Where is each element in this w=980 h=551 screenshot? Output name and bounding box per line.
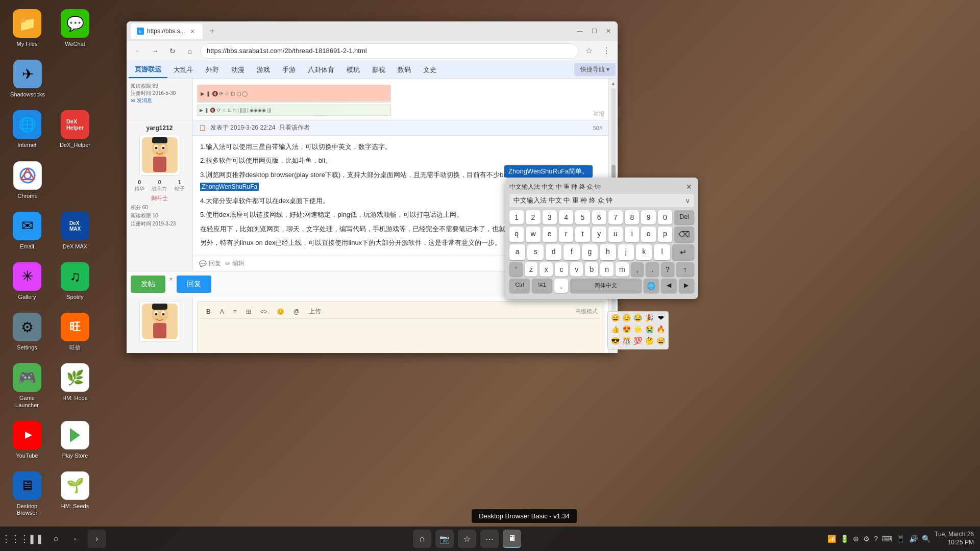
home-button[interactable]: ⌂ bbox=[183, 44, 197, 58]
color-button[interactable]: A bbox=[217, 307, 227, 317]
key-comma-bottom[interactable]: , bbox=[554, 279, 568, 293]
key-w[interactable]: w bbox=[526, 227, 540, 242]
key-period[interactable]: . bbox=[646, 262, 659, 277]
taskbar-star-icon[interactable]: ☆ bbox=[458, 530, 476, 548]
tab-game[interactable]: 游戏 bbox=[251, 62, 276, 78]
key-v[interactable]: v bbox=[570, 262, 583, 277]
icon-hm-seeds[interactable]: 🌱 HM: Seeds bbox=[53, 467, 97, 520]
key-d[interactable]: d bbox=[546, 244, 561, 260]
key-u[interactable]: u bbox=[608, 227, 623, 242]
tab-figures[interactable]: 模玩 bbox=[340, 62, 366, 78]
bookmark-button[interactable]: ☆ bbox=[582, 44, 596, 58]
browser-tab[interactable]: b https://bbs.s... ✕ bbox=[131, 23, 203, 39]
tab-digital[interactable]: 数码 bbox=[391, 62, 417, 78]
key-quote[interactable]: ' bbox=[509, 262, 523, 277]
taskbar-volume-icon[interactable]: 🔊 bbox=[909, 535, 918, 543]
icon-spotify[interactable]: ♫ Spotify bbox=[53, 258, 97, 305]
key-shift[interactable]: ↑ bbox=[676, 262, 694, 277]
key-4[interactable]: 4 bbox=[559, 210, 573, 224]
back-button-taskbar[interactable]: ← bbox=[67, 530, 86, 548]
tab-anime[interactable]: 动漫 bbox=[225, 62, 251, 78]
icon-my-files[interactable]: 📁 My Files bbox=[5, 5, 49, 52]
key-j[interactable]: j bbox=[618, 244, 634, 260]
key-0[interactable]: 0 bbox=[658, 210, 672, 224]
tab-chaos[interactable]: 大乱斗 bbox=[167, 62, 200, 78]
icon-desktop-browser[interactable]: 🖥 DesktopBrowser bbox=[5, 467, 49, 520]
key-g[interactable]: g bbox=[582, 244, 598, 260]
icon-dex-helper[interactable]: DeXHelper DeX_Helper bbox=[53, 106, 97, 153]
taskbar-settings-icon[interactable]: ⚙ bbox=[863, 535, 870, 543]
icon-wechat[interactable]: 💬 WeChat bbox=[53, 5, 97, 52]
key-a[interactable]: a bbox=[509, 244, 525, 260]
icon-internet[interactable]: 🌐 Internet bbox=[5, 106, 49, 153]
tab-mobile-game[interactable]: 手游 bbox=[276, 62, 302, 78]
key-3[interactable]: 3 bbox=[543, 210, 557, 224]
icon-wangxin[interactable]: 旺 旺信 bbox=[53, 309, 97, 355]
key-h[interactable]: h bbox=[600, 244, 616, 260]
taskbar-more-icon[interactable]: ⋯ bbox=[480, 530, 499, 548]
home-button-taskbar[interactable]: ○ bbox=[47, 530, 65, 548]
code-button[interactable]: <> bbox=[258, 307, 270, 317]
quote-button[interactable]: 💬 回复 bbox=[199, 259, 221, 268]
key-special[interactable]: !#1 bbox=[532, 279, 552, 293]
key-8[interactable]: 8 bbox=[625, 210, 639, 224]
key-n[interactable]: n bbox=[600, 262, 614, 277]
tab-page-game[interactable]: 页游联运 bbox=[129, 62, 167, 78]
icon-game-launcher[interactable]: 🎮 GameLauncher bbox=[5, 359, 49, 412]
icon-settings[interactable]: ⚙ Settings bbox=[5, 309, 49, 355]
table-button[interactable]: ⊞ bbox=[243, 307, 254, 317]
icon-play-store[interactable]: Play Store bbox=[53, 417, 97, 463]
key-del[interactable]: Del bbox=[674, 210, 694, 224]
minimize-button[interactable]: — bbox=[575, 26, 585, 36]
tab-movies[interactable]: 影视 bbox=[366, 62, 391, 78]
candidate-bar[interactable]: 中文输入法 中文 中 重 种 终 众 钟 ∨ bbox=[509, 194, 694, 207]
key-5[interactable]: 5 bbox=[575, 210, 590, 224]
key-9[interactable]: 9 bbox=[641, 210, 655, 224]
key-o[interactable]: o bbox=[641, 227, 655, 242]
upload-button[interactable]: 上传 bbox=[306, 306, 324, 317]
key-i[interactable]: i bbox=[625, 227, 639, 242]
key-1[interactable]: 1 bbox=[509, 210, 524, 224]
key-left-arrow[interactable]: ◀ bbox=[661, 279, 676, 293]
key-l[interactable]: l bbox=[654, 244, 670, 260]
taskbar-browser-icon[interactable]: 🖥 bbox=[503, 530, 521, 548]
key-k[interactable]: k bbox=[636, 244, 652, 260]
key-7[interactable]: 7 bbox=[608, 210, 623, 224]
edit-button[interactable]: ✏ 编辑 bbox=[225, 259, 244, 268]
key-6[interactable]: 6 bbox=[592, 210, 606, 224]
url-input[interactable] bbox=[200, 43, 579, 59]
close-window-button[interactable]: ✕ bbox=[603, 26, 614, 36]
key-p[interactable]: p bbox=[658, 227, 672, 242]
browser-menu-button[interactable]: ⋮ bbox=[599, 44, 614, 58]
icon-dex-max[interactable]: DeXMAX DeX MAX bbox=[53, 208, 97, 254]
list-button[interactable]: ≡ bbox=[231, 307, 239, 317]
taskbar-keyboard-icon[interactable]: ⌨ bbox=[882, 535, 892, 543]
key-b[interactable]: b bbox=[585, 262, 598, 277]
back-button[interactable]: ← bbox=[131, 44, 145, 58]
key-y[interactable]: y bbox=[592, 227, 606, 242]
reply-button[interactable]: 回复 bbox=[177, 276, 211, 293]
icon-gallery[interactable]: ✳ Gallery bbox=[5, 258, 49, 305]
taskbar-camera-icon[interactable]: 📷 bbox=[435, 530, 454, 548]
key-s[interactable]: s bbox=[527, 244, 543, 260]
emoji-button[interactable]: 😊 bbox=[274, 307, 287, 317]
taskbar-search-icon[interactable]: 🔍 bbox=[922, 535, 930, 543]
key-c[interactable]: c bbox=[555, 262, 568, 277]
key-2[interactable]: 2 bbox=[526, 210, 540, 224]
key-ctrl[interactable]: Ctrl bbox=[509, 279, 530, 293]
key-q[interactable]: q bbox=[509, 227, 524, 242]
new-tab-button[interactable]: + bbox=[206, 24, 219, 38]
tab-outside[interactable]: 外野 bbox=[200, 62, 225, 78]
taskbar-phone-icon[interactable]: 📱 bbox=[896, 535, 905, 543]
key-right-arrow[interactable]: ▶ bbox=[679, 279, 694, 293]
send-msg-btn-prev[interactable]: ✉ 发消息 bbox=[131, 97, 188, 104]
quick-nav-button[interactable]: 快捷导航 ▾ bbox=[574, 63, 616, 76]
post-button[interactable]: 发帖 bbox=[131, 276, 165, 293]
key-f[interactable]: f bbox=[564, 244, 579, 260]
icon-youtube[interactable]: YouTube bbox=[5, 417, 49, 463]
taskbar-help-icon[interactable]: ? bbox=[874, 535, 878, 543]
key-comma[interactable]: , bbox=[631, 262, 644, 277]
app-grid-button[interactable]: ⋮⋮⋮ bbox=[6, 530, 24, 548]
keyboard-close-button[interactable]: ✕ bbox=[684, 182, 694, 192]
forward-nav-taskbar[interactable]: › bbox=[88, 530, 106, 548]
